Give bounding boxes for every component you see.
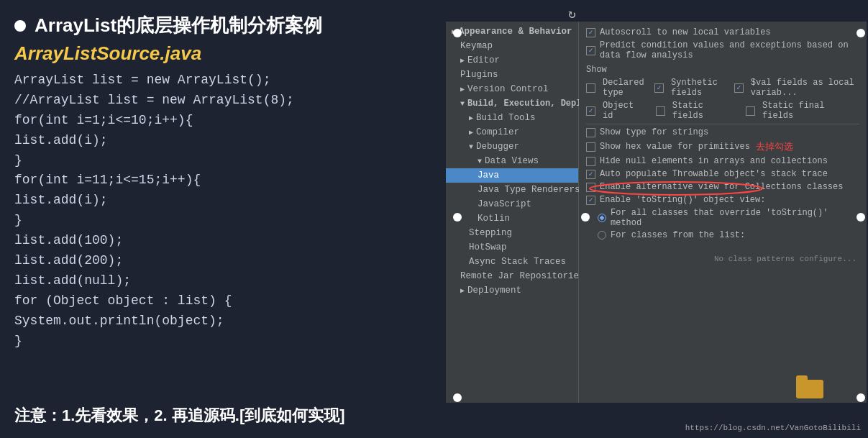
nav-build-tools[interactable]: ▶Build Tools xyxy=(446,111,578,125)
folder-icon xyxy=(796,375,825,398)
auto-populate-label: Auto populate Throwable object's stack t… xyxy=(600,169,828,179)
show-hex-row: Show hex value for primitives 去掉勾选 xyxy=(586,140,859,153)
settings-content: Autoscroll to new local variables Predic… xyxy=(579,22,867,403)
bullet-icon xyxy=(14,20,26,32)
object-id-checkbox[interactable] xyxy=(586,106,595,116)
main-title: ArrayList的底层操作机制分析案例 xyxy=(35,13,322,38)
auto-populate-row: Auto populate Throwable object's stack t… xyxy=(586,169,859,179)
nav-java-type-renderers[interactable]: Java Type Renderers xyxy=(446,183,578,197)
enable-alternative-row: Enable alternative view for Collections … xyxy=(586,182,859,192)
dot-4 xyxy=(856,213,865,222)
hide-null-checkbox[interactable] xyxy=(586,157,595,166)
nav-appearance[interactable]: ▶Appearance & Behavior xyxy=(446,24,578,39)
nav-editor[interactable]: ▶Editor xyxy=(446,53,578,68)
declared-type-label: Declared type xyxy=(603,78,647,98)
for-all-classes-row: For all classes that override 'toString(… xyxy=(598,208,859,228)
for-all-classes-radio[interactable] xyxy=(598,214,606,222)
dot-7 xyxy=(581,213,590,222)
dot-1 xyxy=(453,29,462,37)
show-type-strings-label: Show type for strings xyxy=(600,127,708,137)
hide-null-label: Hide null elements in arrays and collect… xyxy=(600,156,828,166)
for-classes-list-radio[interactable] xyxy=(598,231,606,239)
show-label: Show xyxy=(586,65,859,75)
hide-null-row: Hide null elements in arrays and collect… xyxy=(586,156,859,166)
synthetic-fields-label: Synthetic fields xyxy=(671,78,727,98)
red-annotation: 去掉勾选 xyxy=(756,140,793,153)
code-area: ArrayList的底层操作机制分析案例 ArrayListSource.jav… xyxy=(0,0,453,438)
red-circle-indicator xyxy=(586,181,766,196)
dot-3 xyxy=(453,213,462,222)
object-id-item: Object id xyxy=(586,101,649,121)
nav-java[interactable]: Java xyxy=(446,168,578,183)
nav-build-execution[interactable]: ▼Build, Execution, Deployment xyxy=(446,96,578,111)
title-section: ArrayList的底层操作机制分析案例 xyxy=(14,13,439,38)
predict-row: Predict condition values and exceptions … xyxy=(586,40,859,60)
settings-nav-tree: ▶Appearance & Behavior Keymap ▶Editor Pl… xyxy=(446,22,579,403)
predict-checkbox[interactable] xyxy=(586,46,595,55)
static-final-checkbox[interactable] xyxy=(746,106,755,116)
subtitle: ArrayListSource.java xyxy=(14,42,439,65)
bottom-note: 注意：1.先看效果，2. 再追源码.[到底如何实现] xyxy=(14,405,345,426)
enable-tostring-checkbox[interactable] xyxy=(586,196,595,205)
val-fields-checkbox[interactable] xyxy=(734,83,744,93)
code-block: ArrayList list = new ArrayList(); //Arra… xyxy=(14,70,439,351)
declared-type-checkbox[interactable] xyxy=(586,83,595,93)
static-final-label: Static final fields xyxy=(762,101,859,121)
for-all-classes-label: For all classes that override 'toString(… xyxy=(611,208,859,228)
nav-debugger[interactable]: ▼Debugger xyxy=(446,140,578,154)
static-fields-item: Static fields xyxy=(656,101,739,121)
nav-deployment[interactable]: ▶Deployment xyxy=(446,283,578,298)
static-final-item: Static final fields xyxy=(746,101,859,121)
autoscroll-row: Autoscroll to new local variables xyxy=(586,27,859,37)
divider-1 xyxy=(586,124,859,124)
show-type-strings-row: Show type for strings xyxy=(586,127,859,137)
dot-6 xyxy=(856,393,865,402)
synthetic-fields-item: Synthetic fields xyxy=(654,78,727,98)
static-fields-label: Static fields xyxy=(672,101,739,121)
static-fields-checkbox[interactable] xyxy=(656,106,665,116)
nav-stepping[interactable]: Stepping xyxy=(446,226,578,240)
autoscroll-label: Autoscroll to new local variables xyxy=(600,27,771,37)
nav-plugins[interactable]: Plugins xyxy=(446,68,578,82)
enable-tostring-row: Enable 'toString()' object view: xyxy=(586,195,859,205)
show-type-strings-checkbox[interactable] xyxy=(586,128,595,137)
show-row-2: Object id Static fields Static final fie… xyxy=(586,101,859,121)
no-class-msg: No class patterns configure... xyxy=(586,255,856,263)
val-fields-label: $val fields as local variab... xyxy=(751,78,859,98)
svg-point-0 xyxy=(590,182,762,195)
dot-2 xyxy=(856,29,865,37)
refresh-icon[interactable]: ↻ xyxy=(568,6,576,22)
nav-keymap[interactable]: Keymap xyxy=(446,39,578,53)
synthetic-fields-checkbox[interactable] xyxy=(654,83,664,93)
object-id-label: Object id xyxy=(603,101,649,121)
autoscroll-checkbox[interactable] xyxy=(586,28,595,37)
show-hex-label: Show hex value for primitives xyxy=(600,142,750,152)
nav-data-views[interactable]: ▼Data Views xyxy=(446,154,578,168)
for-classes-list-row: For classes from the list: xyxy=(598,230,859,240)
nav-version-control[interactable]: ▶Version Control xyxy=(446,82,578,96)
predict-label: Predict condition values and exceptions … xyxy=(600,40,859,60)
nav-javascript[interactable]: JavaScript xyxy=(446,197,578,211)
show-hex-checkbox[interactable] xyxy=(586,142,595,152)
nav-async-stack-traces[interactable]: Async Stack Traces xyxy=(446,255,578,269)
val-fields-item: $val fields as local variab... xyxy=(734,78,859,98)
watermark: https://blog.csdn.net/VanGotoBilibili xyxy=(685,424,861,432)
nav-compiler[interactable]: ▶Compiler xyxy=(446,125,578,140)
nav-remote-jar[interactable]: Remote Jar Repositories xyxy=(446,269,578,283)
for-classes-list-label: For classes from the list: xyxy=(611,230,745,240)
auto-populate-checkbox[interactable] xyxy=(586,170,595,179)
nav-kotlin[interactable]: Kotlin xyxy=(446,211,578,226)
nav-hotswap[interactable]: HotSwap xyxy=(446,240,578,255)
dot-5 xyxy=(453,393,462,402)
enable-tostring-label: Enable 'toString()' object view: xyxy=(600,195,765,205)
show-row-1: Declared type Synthetic fields $val fiel… xyxy=(586,78,859,98)
declared-type-item: Declared type xyxy=(586,78,647,98)
